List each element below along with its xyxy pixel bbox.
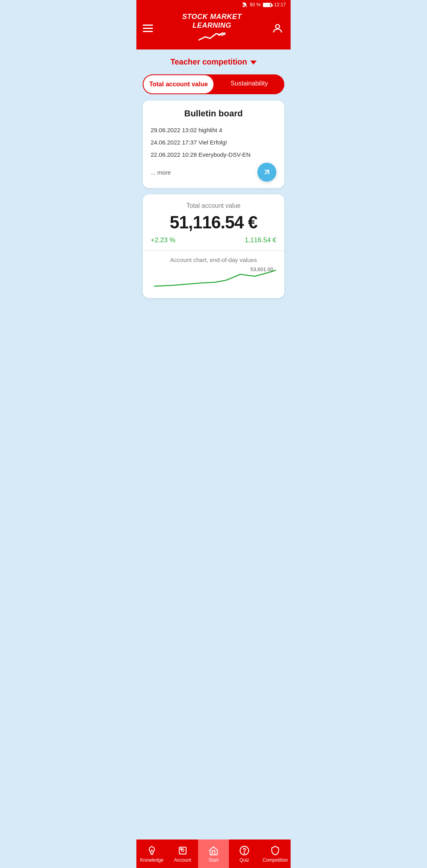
bulletin-navigate-button[interactable] [257,163,276,182]
account-change-percent: +2.23 % [151,236,176,244]
tab-sustainability[interactable]: Sustainability [214,74,284,94]
competition-selector[interactable]: Teacher competition [143,57,284,66]
bulletin-entry-2: 24.06.2022 17:37 Viel Erfolg! [151,138,276,146]
battery-percent: 90 % [250,2,261,8]
user-profile-button[interactable] [271,22,284,35]
logo-text: STOCK MARKET LEARNING [182,13,242,30]
account-chart: 53,601.00 [151,266,276,298]
menu-button[interactable] [143,25,153,32]
clock: 12:17 [274,2,286,8]
bell-off-icon [242,2,248,8]
account-value-card: Total account value 51,116.54 € +2.23 % … [143,194,284,298]
chevron-down-icon [250,61,257,65]
view-tabs: Total account value Sustainability [143,74,284,94]
status-bar: 90 % 12:17 [136,0,291,9]
svg-point-1 [276,25,280,28]
account-change-amount: 1,116.54 € [245,236,276,244]
battery-icon [263,3,272,7]
logo-chart-icon [198,31,226,44]
bulletin-footer: ... more [151,163,276,182]
bulletin-board-title: Bulletin board [151,108,276,119]
arrow-icon [263,168,271,177]
account-sub-row: +2.23 % 1,116.54 € [151,236,276,251]
account-value-amount: 51,116.54 € [151,213,276,232]
app-header: STOCK MARKET LEARNING [136,9,291,49]
bulletin-entry-1: 29.06.2022 13:02 highliht 4 [151,126,276,134]
main-content: Teacher competition Total account value … [136,49,291,330]
app-logo: STOCK MARKET LEARNING [182,13,242,44]
chart-label: Account chart, end-of-day values [151,251,276,266]
account-value-label: Total account value [151,202,276,209]
user-icon [272,23,283,34]
bulletin-board-card: Bulletin board 29.06.2022 13:02 highliht… [143,101,284,188]
chart-max-label: 53,601.00 [250,266,273,272]
more-link[interactable]: ... more [151,169,171,176]
tab-total-account-value[interactable]: Total account value [143,74,214,94]
svg-line-2 [265,171,268,174]
competition-label: Teacher competition [170,57,247,66]
bulletin-entry-3: 22.06.2022 10:28 Everybody-DSV-EN [151,150,276,159]
